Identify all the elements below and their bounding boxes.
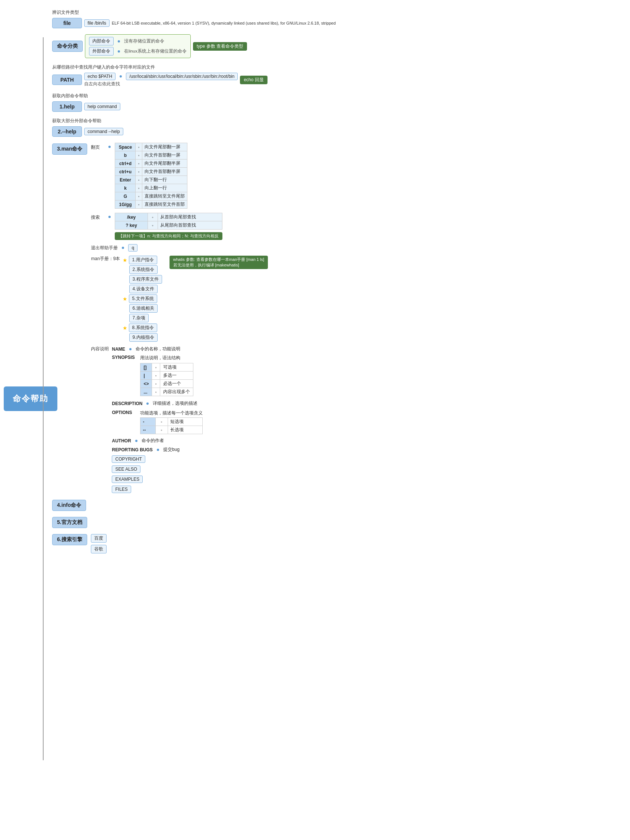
synopsis-dot: ◦: [152, 371, 160, 380]
flip-desc: 直接跳转至文件首部: [142, 201, 187, 209]
man-books-green-note: whatis 参数: 查看参数在哪一本man手册 [man 1 ls] 若无法使…: [169, 256, 268, 269]
file-result: ELF 64-bit LSB executable, x86-64, versi…: [112, 21, 336, 25]
man-flip-table: Space◦向文件尾部翻一屏b◦向文件首部翻一屏ctrl+d◦向文件尾部翻半屏c…: [115, 143, 187, 209]
path-cmd-row: echo $PATH /usr/local/sbin:/usr/local/bi…: [84, 73, 238, 80]
book-label: 9.内核指令: [129, 333, 158, 342]
path-details: echo $PATH /usr/local/sbin:/usr/local/bi…: [84, 73, 238, 87]
man-see-row: SEE ALSO: [112, 466, 203, 473]
man-book-item: 6.游戏相关: [123, 304, 167, 313]
options-desc: 长选项: [167, 426, 203, 434]
file-section: 辨识文件类型 file file /bin/ls ELF 64-bit LSB …: [52, 9, 626, 28]
search-engine-row: 6.搜索引擎 百度谷歌: [52, 534, 107, 554]
man-desc-row: DESCRIPTION 详细描述，选项的描述: [112, 400, 203, 407]
main-column: 辨识文件类型 file file /bin/ls ELF 64-bit LSB …: [45, 8, 626, 790]
synopsis-desc: 可选项: [160, 363, 193, 371]
path-command: echo $PATH: [84, 73, 115, 80]
classify-content: 命令分类 内部命令 没有存储位置的命令 外部命令 在linux系统上有存储位置的…: [52, 34, 247, 58]
man-options-block: OPTIONS 功能选项，描述每一个选项含义 -◦短选项--◦长选项: [112, 410, 203, 434]
search-dot: ◦: [148, 213, 158, 221]
man-name-dot: [129, 348, 131, 350]
search-key: ? key: [115, 221, 148, 230]
file-label: file: [52, 18, 82, 28]
man-author-label: AUTHOR: [112, 438, 131, 444]
search-engine-label: 6.搜索引擎: [52, 534, 87, 545]
path-result: /usr/local/sbin:/usr/local/bin:/usr/sbin…: [126, 73, 238, 80]
classify-internal-row: 内部命令 没有存储位置的命令: [89, 37, 187, 46]
man-options-table: -◦短选项--◦长选项: [140, 417, 203, 434]
classify-external-desc: 在linux系统上有存储位置的命令: [124, 49, 187, 54]
man-synopsis-content: 用法说明，语法结构 []◦可选项|◦多选一<>◦必选一个...◦内容出现多个: [140, 355, 193, 397]
path-dot: [120, 75, 122, 77]
flip-desc: 向文件尾部翻一屏: [142, 143, 187, 151]
man-synopsis-table: []◦可选项|◦多选一<>◦必选一个...◦内容出现多个: [140, 363, 193, 396]
path-label: PATH: [52, 74, 82, 85]
flip-key: ctrl+u: [115, 168, 136, 176]
man-desc-text: 详细描述，选项的描述: [153, 400, 197, 407]
man-section: 3.man命令 翻页 Space◦向文件尾部翻一屏b◦向文件首部翻一屏ctrl+…: [52, 143, 626, 494]
classify-external-row: 外部命令 在linux系统上有存储位置的命令: [89, 47, 187, 55]
book-label: 8.系统指令: [129, 324, 157, 332]
help1-command: help command: [84, 103, 120, 110]
options-row: -◦短选项: [141, 418, 203, 426]
search-engine-item-label: 百度: [91, 534, 107, 543]
flip-desc: 向上翻一行: [142, 184, 187, 192]
flip-key: b: [115, 151, 136, 159]
help1-section: 获取内部命令帮助 1.help help command: [52, 93, 626, 112]
synopsis-key: |: [141, 371, 152, 380]
man-files-row: FILES: [112, 486, 203, 493]
flip-desc: 向文件首部翻半屏: [142, 168, 187, 176]
search-engine-item-label: 谷歌: [91, 545, 107, 553]
flip-row: k◦向上翻一行: [115, 184, 187, 192]
mind-map-container: 命令帮助 辨识文件类型 file file /bin/ls ELF 64-bit…: [4, 8, 626, 790]
man-bugs-row: REPORTING BUGS 提交bug: [112, 447, 203, 453]
central-vertical-line: [43, 37, 44, 760]
path-content: 从哪些路径中查找用户键入的命令字符串对应的文件 PATH echo $PATH …: [52, 64, 267, 87]
man-examples-row: EXAMPLES: [112, 475, 203, 483]
flip-key: ctrl+d: [115, 159, 136, 168]
man-row: 3.man命令 翻页 Space◦向文件尾部翻一屏b◦向文件首部翻一屏ctrl+…: [52, 143, 268, 494]
man-synopsis-block: SYNOPSIS 用法说明，语法结构 []◦可选项|◦多选一<>◦必选一个...…: [112, 355, 203, 397]
flip-row: b◦向文件首部翻一屏: [115, 151, 187, 159]
flip-dot: ◦: [136, 184, 142, 192]
synopsis-desc: 必选一个: [160, 380, 193, 388]
man-book-item: 9.内核指令: [123, 333, 167, 342]
flip-dot: ◦: [136, 176, 142, 184]
flip-desc: 向文件首部翻一屏: [142, 151, 187, 159]
options-key: -: [141, 418, 155, 426]
man-copyright-row: COPYRIGHT: [112, 455, 203, 463]
info-label: 4.info命令: [52, 500, 86, 511]
help2-section: 获取大部分外部命令帮助 2.--help command --help: [52, 118, 626, 137]
man-desc-dot: [147, 403, 148, 405]
man-quit-dot: [122, 247, 124, 249]
man-book-item: 4.设备文件: [123, 285, 167, 293]
flip-key: G: [115, 192, 136, 201]
classify-internal-desc: 没有存储位置的命令: [124, 38, 164, 44]
synopsis-row: |◦多选一: [141, 371, 193, 380]
official-section: 5.官方文档: [52, 517, 626, 528]
flip-desc: 直接跳转至文件尾部: [142, 192, 187, 201]
flip-row: Space◦向文件尾部翻一屏: [115, 143, 187, 151]
man-desc-label: DESCRIPTION: [112, 401, 142, 406]
flip-key: Space: [115, 143, 136, 151]
man-books-list: ★1.用户指令2.系统指令3.程序库文件4.设备文件★5.文件系统6.游戏相关7…: [123, 256, 167, 342]
options-dot: ◦: [155, 426, 167, 434]
book-label: 1.用户指令: [129, 256, 157, 264]
man-name-row: NAME 命令的名称，功能说明: [112, 346, 203, 352]
help2-content: 获取大部分外部命令帮助 2.--help command --help: [52, 118, 123, 137]
man-search-dot: [108, 216, 111, 218]
search-engine-section: 6.搜索引擎 百度谷歌: [52, 534, 626, 554]
options-desc: 短选项: [167, 418, 203, 426]
man-book-item: ★1.用户指令: [123, 256, 167, 264]
man-books-row: man手册：9本 ★1.用户指令2.系统指令3.程序库文件4.设备文件★5.文件…: [91, 256, 268, 342]
flip-dot: ◦: [136, 143, 142, 151]
classify-section: 命令分类 内部命令 没有存储位置的命令 外部命令 在linux系统上有存储位置的…: [52, 34, 626, 58]
info-section: 4.info命令: [52, 500, 626, 511]
search-row: /key◦从首部向尾部查找: [115, 213, 222, 221]
file-content: 辨识文件类型 file file /bin/ls ELF 64-bit LSB …: [52, 9, 336, 28]
help2-label: 2.--help: [52, 126, 82, 137]
classify-label: 命令分类: [52, 41, 83, 52]
search-dot: ◦: [148, 221, 158, 230]
flip-key: 1G/gg: [115, 201, 136, 209]
man-author-dot: [135, 440, 137, 442]
man-name-label: NAME: [112, 347, 125, 352]
